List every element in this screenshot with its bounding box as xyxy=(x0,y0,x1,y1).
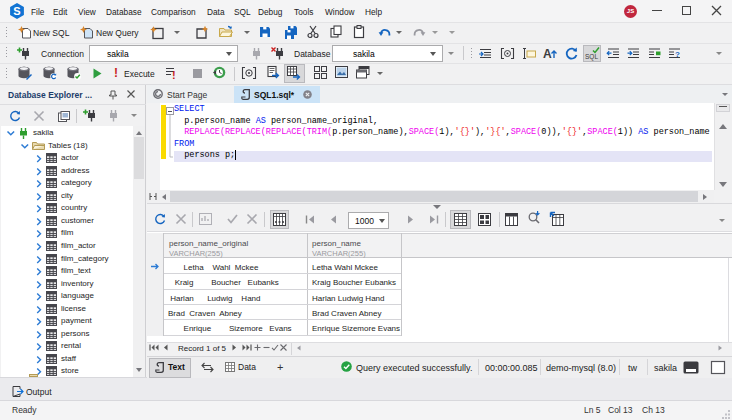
svg-text:S: S xyxy=(13,5,20,17)
svg-text:A: A xyxy=(543,47,552,61)
svg-text:?: ? xyxy=(675,50,680,59)
svg-text:!: ! xyxy=(172,69,176,81)
svg-text:SQL: SQL xyxy=(585,53,598,61)
